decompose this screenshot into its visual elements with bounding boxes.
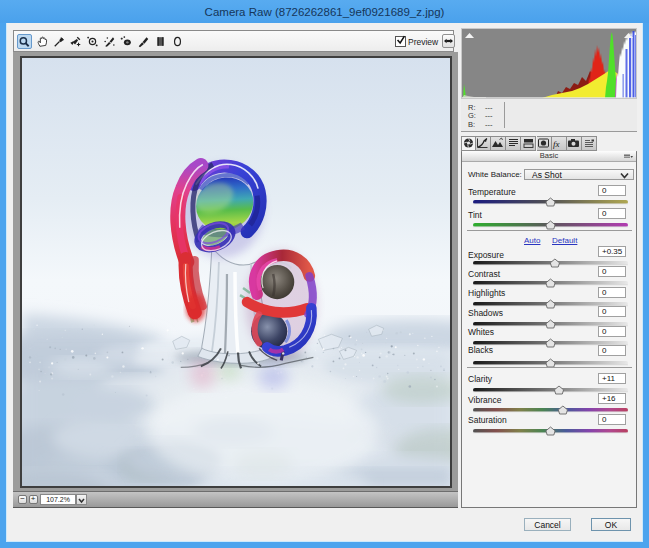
svg-text:fx: fx [553,139,560,149]
